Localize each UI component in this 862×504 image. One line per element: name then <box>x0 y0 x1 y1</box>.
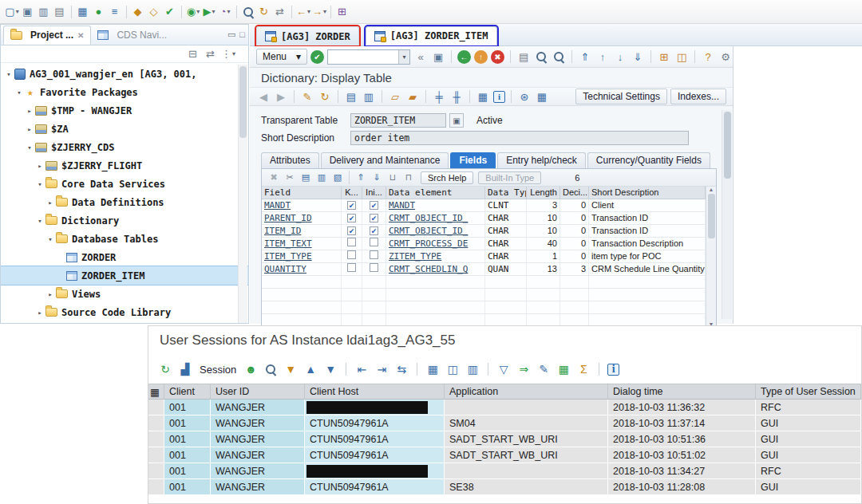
toolbar-separator[interactable] <box>510 50 511 63</box>
runtime-object-icon[interactable]: ╫ <box>449 89 464 104</box>
info-icon[interactable]: i <box>607 364 619 376</box>
toolbar-separator[interactable] <box>291 6 292 18</box>
scroll-right-icon[interactable]: ⇥ <box>374 361 389 377</box>
tab-zorder[interactable]: [AG3] ZORDER <box>256 26 359 45</box>
save-icon[interactable]: ▣ <box>431 49 445 65</box>
search-icon[interactable] <box>241 5 255 19</box>
data-element-link[interactable]: CRMT_PROCESS_DE <box>389 238 468 249</box>
tree-item-ag3-system[interactable]: ▾ AG3_001_wangjer_en [AG3, 001, <box>1 65 248 83</box>
minimize-icon[interactable]: ▭ <box>227 30 235 40</box>
tree-item-views[interactable]: ▸ Views <box>1 285 248 303</box>
header-data-type[interactable]: Data Type <box>485 187 527 199</box>
activate-icon[interactable]: ◆ <box>131 4 145 20</box>
tab-delivery-and-maintenance[interactable]: Delivery and Maintenance <box>321 152 449 168</box>
customize-layout-icon[interactable]: ⚙ <box>718 49 733 65</box>
expand-arrow-icon[interactable]: ▾ <box>24 144 35 152</box>
toolbar-separator[interactable] <box>425 90 426 103</box>
expand-arrow-icon[interactable]: ▾ <box>34 180 45 188</box>
scroll-left-icon[interactable]: ⇤ <box>354 361 369 377</box>
header-data-element[interactable]: Data element <box>386 187 485 199</box>
session-row[interactable]: 001 WANGJER 2018-10-03 11:34:27 RFC <box>148 463 861 479</box>
export-icon[interactable]: ⇒ <box>516 361 531 377</box>
expand-arrow-icon[interactable]: ▸ <box>45 199 56 207</box>
paste-row-icon[interactable]: ▥ <box>314 171 329 184</box>
header-decimals[interactable]: Deci... <box>560 187 589 199</box>
toolbar-separator[interactable] <box>346 363 346 376</box>
delete-row-icon[interactable]: ✖ <box>267 171 281 184</box>
exit-icon[interactable]: ↑ <box>474 50 488 64</box>
collapse-all-icon[interactable]: ⊟ <box>186 46 200 62</box>
tab-zorder-item[interactable]: [AG3] ZORDER_ITEM <box>366 26 497 45</box>
scroll-up-icon[interactable]: ▲ <box>709 187 714 192</box>
refresh-icon[interactable]: ↻ <box>158 361 172 377</box>
key-checkbox[interactable] <box>347 238 356 246</box>
key-checkbox[interactable]: ✔ <box>347 226 356 235</box>
key-checkbox[interactable] <box>347 263 356 272</box>
open-perspective-icon[interactable]: ⊞ <box>335 4 350 20</box>
toolbar-separator[interactable] <box>694 50 695 63</box>
refresh-icon[interactable]: ↻ <box>257 4 271 20</box>
expand-arrow-icon[interactable]: ▾ <box>34 217 45 225</box>
new-abap-class-icon[interactable]: ● <box>92 4 106 20</box>
info-icon[interactable]: i <box>493 91 505 103</box>
tree-item-favorite-packages[interactable]: ▾ ★ Favorite Packages <box>1 83 248 101</box>
chart-icon[interactable]: ▟ <box>178 361 192 377</box>
expand-arrow-icon[interactable]: ▸ <box>34 309 45 317</box>
copy-row-icon[interactable]: ▤ <box>299 171 313 184</box>
field-link[interactable]: PARENT_ID <box>264 213 312 223</box>
toolbar-separator[interactable] <box>650 50 651 63</box>
tab-project-explorer[interactable]: Project ... ✕ <box>3 26 91 45</box>
field-link[interactable]: ITEM_TYPE <box>264 251 312 262</box>
cell-select[interactable] <box>148 431 164 447</box>
tab-cds-navigator[interactable]: CDS Navi... <box>91 26 173 45</box>
maximize-icon[interactable]: □ <box>239 30 245 40</box>
select-all-icon[interactable]: ▦ <box>148 384 164 399</box>
freeze-column-icon[interactable]: ▥ <box>465 361 480 377</box>
transparent-table-field[interactable]: ZORDER_ITEM <box>350 113 446 128</box>
sort-ascending-icon[interactable]: ▲ <box>303 361 318 377</box>
tree-item-data-definitions[interactable]: ▸ Data Definitions <box>1 193 248 211</box>
header-session-type[interactable]: Type of User Session <box>756 384 861 399</box>
short-description-field[interactable]: order item <box>350 131 689 145</box>
transport-copy-icon[interactable]: ▰ <box>405 89 420 104</box>
key-checkbox[interactable] <box>347 250 356 259</box>
insert-row-icon[interactable]: ▧ <box>330 171 345 184</box>
tree-item-database-tables[interactable]: ▾ Database Tables <box>1 230 248 248</box>
enter-icon[interactable]: ✔ <box>310 50 324 64</box>
expand-icon[interactable]: ⊔ <box>386 171 400 184</box>
toolbar-separator[interactable] <box>488 363 488 376</box>
cut-row-icon[interactable]: ✂ <box>283 171 297 184</box>
header-short-description[interactable]: Short Description <box>589 187 706 199</box>
toolbar-separator[interactable] <box>294 90 295 103</box>
field-row[interactable]: QUANTITY CRMT_SCHEDLIN_Q QUAN 13 3 CRM S… <box>262 263 706 276</box>
print-icon[interactable]: ▤ <box>53 4 67 20</box>
swap-columns-icon[interactable]: ⇆ <box>394 361 409 377</box>
rename-object-icon[interactable]: ▥ <box>362 89 376 104</box>
new-session-icon[interactable]: ⊞ <box>657 49 671 65</box>
initial-checkbox[interactable]: ✔ <box>370 226 378 235</box>
expand-arrow-icon[interactable]: ▾ <box>45 235 56 243</box>
expand-arrow-icon[interactable]: ▸ <box>45 290 56 298</box>
chevron-down-icon[interactable]: ▾ <box>398 50 409 64</box>
srch-help-button[interactable]: Srch Help <box>421 171 473 184</box>
forward-arrow-icon[interactable]: ▶ <box>274 89 288 104</box>
tree-item-zjerry-cds[interactable]: ▾ $ZJERRY_CDS <box>1 138 248 156</box>
key-checkbox[interactable]: ✔ <box>347 214 356 222</box>
find-icon[interactable] <box>263 362 278 376</box>
field-row[interactable]: ITEM_TYPE ZITEM_TYPE CHAR 1 0 item type … <box>262 250 706 263</box>
tree-item-zorder[interactable]: ZORDER <box>1 248 248 266</box>
toolbar-separator[interactable] <box>71 6 72 18</box>
back-icon[interactable]: ← <box>457 50 471 64</box>
link-with-editor-icon[interactable]: ⇄ <box>273 4 287 20</box>
initial-checkbox[interactable] <box>370 263 378 272</box>
tree-item-core-data-services[interactable]: ▾ Core Data Services <box>1 175 248 193</box>
field-link[interactable]: QUANTITY <box>264 264 306 274</box>
cancel-icon[interactable]: ✖ <box>491 50 504 64</box>
toolbar-separator[interactable] <box>469 90 470 103</box>
field-link[interactable]: MANDT <box>264 200 291 211</box>
field-row[interactable]: ITEM_ID ✔ ✔ CRMT_OBJECT_ID_ CHAR 10 0 Tr… <box>262 225 706 238</box>
header-client[interactable]: Client <box>164 384 211 399</box>
forward-history-icon[interactable]: →▾ <box>312 4 326 20</box>
tree-item-source-code-library[interactable]: ▸ Source Code Library <box>1 303 248 321</box>
spreadsheet-icon[interactable]: ▦ <box>556 361 571 377</box>
